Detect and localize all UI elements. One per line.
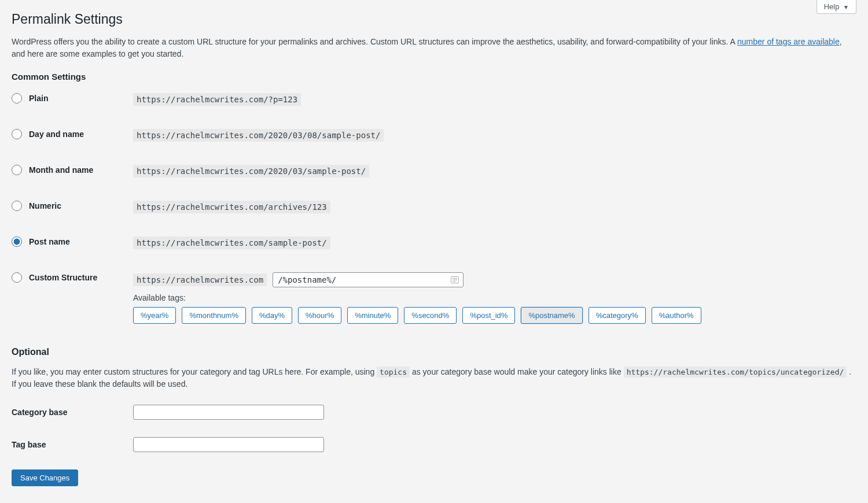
optional-description: If you like, you may enter custom struct… bbox=[12, 366, 856, 390]
option-label[interactable]: Numeric bbox=[29, 201, 61, 210]
tag-chip[interactable]: %post_id% bbox=[462, 307, 515, 324]
option-row: Plainhttps://rachelmcwrites.com/?p=123 bbox=[12, 93, 856, 106]
help-label: Help bbox=[824, 2, 840, 11]
option-row: Day and namehttps://rachelmcwrites.com/2… bbox=[12, 129, 856, 142]
tags-available-link[interactable]: number of tags are available bbox=[737, 37, 840, 46]
option-url-preview: https://rachelmcwrites.com/?p=123 bbox=[133, 93, 301, 106]
category-base-label: Category base bbox=[12, 408, 133, 417]
optional-heading: Optional bbox=[12, 347, 856, 357]
option-label[interactable]: Month and name bbox=[29, 165, 93, 175]
radio-option[interactable] bbox=[12, 201, 22, 211]
radio-option[interactable] bbox=[12, 129, 22, 139]
category-base-input[interactable] bbox=[133, 405, 324, 420]
option-url-preview: https://rachelmcwrites.com/2020/03/08/sa… bbox=[133, 129, 384, 142]
tag-chip[interactable]: %year% bbox=[133, 307, 176, 324]
tag-chip[interactable]: %minute% bbox=[347, 307, 398, 324]
tag-chip[interactable]: %day% bbox=[252, 307, 292, 324]
tag-chip[interactable]: %author% bbox=[652, 307, 701, 324]
optional-code-topics: topics bbox=[377, 367, 410, 378]
radio-option[interactable] bbox=[12, 93, 22, 103]
available-tags-label: Available tags: bbox=[133, 293, 856, 302]
tag-chip[interactable]: %second% bbox=[404, 307, 457, 324]
tag-chip[interactable]: %hour% bbox=[298, 307, 341, 324]
custom-base-url: https://rachelmcwrites.com bbox=[133, 273, 267, 286]
custom-structure-input[interactable] bbox=[273, 272, 464, 287]
chevron-down-icon: ▼ bbox=[843, 4, 849, 10]
intro-text-pre: WordPress offers you the ability to crea… bbox=[12, 37, 737, 46]
optional-code-url: https://rachelmcwrites.com/topics/uncate… bbox=[624, 367, 847, 378]
tag-chip[interactable]: %category% bbox=[589, 307, 646, 324]
option-url-preview: https://rachelmcwrites.com/sample-post/ bbox=[133, 236, 330, 249]
option-row: Post namehttps://rachelmcwrites.com/samp… bbox=[12, 236, 856, 249]
option-label-custom[interactable]: Custom Structure bbox=[29, 273, 97, 282]
option-url-preview: https://rachelmcwrites.com/archives/123 bbox=[133, 201, 330, 213]
option-row: Month and namehttps://rachelmcwrites.com… bbox=[12, 165, 856, 177]
save-changes-button[interactable]: Save Changes bbox=[12, 469, 78, 486]
option-label[interactable]: Post name bbox=[29, 237, 70, 246]
option-row-custom: Custom Structure https://rachelmcwrites.… bbox=[12, 272, 856, 324]
intro-paragraph: WordPress offers you the ability to crea… bbox=[12, 36, 856, 60]
option-row: Numerichttps://rachelmcwrites.com/archiv… bbox=[12, 201, 856, 213]
option-label[interactable]: Plain bbox=[29, 94, 48, 103]
common-settings-heading: Common Settings bbox=[12, 72, 856, 82]
tag-base-input[interactable] bbox=[133, 437, 324, 452]
option-label[interactable]: Day and name bbox=[29, 130, 84, 139]
tag-chip[interactable]: %monthnum% bbox=[182, 307, 246, 324]
form-autofill-icon bbox=[451, 276, 459, 283]
page-title: Permalink Settings bbox=[12, 12, 856, 27]
radio-custom-structure[interactable] bbox=[12, 272, 22, 283]
help-tab[interactable]: Help ▼ bbox=[816, 0, 856, 14]
radio-option[interactable] bbox=[12, 165, 22, 175]
option-url-preview: https://rachelmcwrites.com/2020/03/sampl… bbox=[133, 165, 369, 177]
tag-base-label: Tag base bbox=[12, 440, 133, 449]
radio-option[interactable] bbox=[12, 236, 22, 247]
tag-chips-container: %year%%monthnum%%day%%hour%%minute%%seco… bbox=[133, 307, 856, 324]
tag-chip[interactable]: %postname% bbox=[521, 307, 582, 324]
